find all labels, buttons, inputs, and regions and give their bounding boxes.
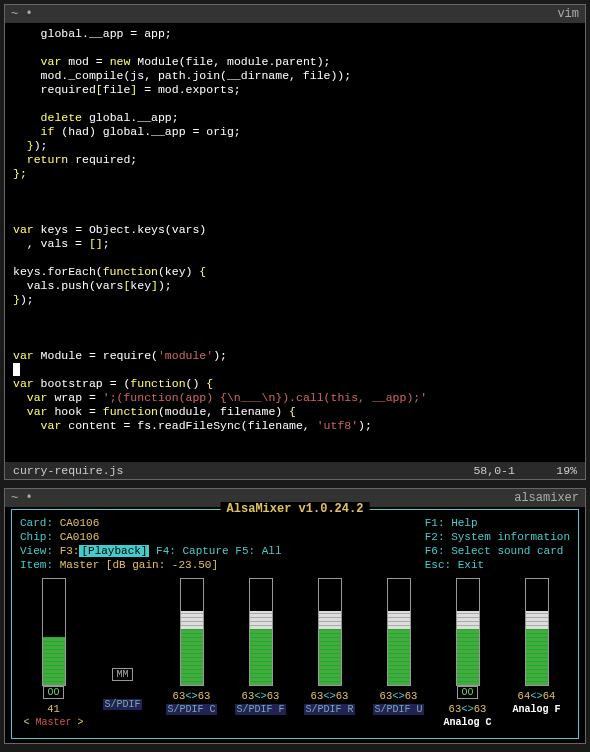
mute-box[interactable]: MM — [112, 668, 132, 681]
level-text: 63<>63 — [173, 690, 211, 702]
channel-spdiff[interactable]: 63<>63S/PDIF F — [232, 578, 290, 728]
alsa-info-right: F1: Help F2: System information F6: Sele… — [425, 516, 570, 572]
level-text: 63<>63 — [311, 690, 349, 702]
alsa-prompt: ~ • — [11, 491, 33, 505]
vim-statusbar: curry-require.js 58,0-1 19% — [5, 462, 585, 479]
view-all[interactable]: F5: All — [235, 545, 281, 557]
channel-master[interactable]: OO41Master — [25, 578, 83, 728]
vim-title: vim — [557, 7, 579, 21]
volume-bar[interactable] — [525, 578, 549, 686]
view-capture[interactable]: F4: Capture — [156, 545, 229, 557]
sysinfo-btn[interactable]: System information — [451, 531, 570, 543]
alsamixer-pane: ~ • alsamixer AlsaMixer v1.0.24.2 Card: … — [4, 488, 586, 744]
help-btn[interactable]: Help — [451, 517, 477, 529]
vim-pane: ~ • vim global.__app = app; var mod = ne… — [4, 4, 586, 480]
alsa-title: alsamixer — [514, 491, 579, 505]
view-playback[interactable]: [Playback] — [79, 545, 149, 557]
mute-box[interactable]: OO — [457, 686, 477, 699]
channel-label: S/PDIF C — [166, 704, 216, 715]
channel-analogf[interactable]: 64<>64Analog F — [508, 578, 566, 728]
volume-bar[interactable] — [42, 578, 66, 686]
channel-label: S/PDIF — [103, 699, 141, 710]
channel-label: Analog F — [511, 704, 561, 715]
channel-spdifu[interactable]: 63<>63S/PDIF U — [370, 578, 428, 728]
level-text: 63<>63 — [242, 690, 280, 702]
status-pct: 19% — [556, 464, 577, 477]
volume-bar[interactable] — [318, 578, 342, 686]
alsa-info-left: Card: CA0106 Chip: CA0106 View: F3:[Play… — [20, 516, 282, 572]
mute-box[interactable]: OO — [43, 686, 63, 699]
status-file: curry-require.js — [13, 464, 123, 477]
channel-spdifr[interactable]: 63<>63S/PDIF R — [301, 578, 359, 728]
soundcard-btn[interactable]: Select sound card — [451, 545, 563, 557]
channel-label: S/PDIF R — [304, 704, 354, 715]
channel-label: Analog C — [442, 717, 492, 728]
channel-label: S/PDIF U — [373, 704, 423, 715]
volume-bar[interactable] — [249, 578, 273, 686]
volume-bar[interactable] — [456, 578, 480, 686]
volume-bar[interactable] — [387, 578, 411, 686]
channel-label: Master — [22, 717, 84, 728]
status-pos: 58,0-1 — [473, 464, 514, 477]
level-text: 63<>63 — [380, 690, 418, 702]
channel-label: S/PDIF F — [235, 704, 285, 715]
channel-spdifc[interactable]: 63<>63S/PDIF C — [163, 578, 221, 728]
volume-bar[interactable] — [180, 578, 204, 686]
vim-editor[interactable]: global.__app = app; var mod = new Module… — [5, 23, 585, 437]
alsa-app-title: AlsaMixer v1.0.24.2 — [221, 502, 370, 516]
vim-titlebar: ~ • vim — [5, 5, 585, 23]
alsa-item: Master [dB gain: -23.50] — [60, 559, 218, 571]
exit-btn[interactable]: Exit — [458, 559, 484, 571]
vim-prompt: ~ • — [11, 7, 33, 21]
level-text — [119, 685, 125, 697]
channel-analogc[interactable]: OO63<>63Analog C — [439, 578, 497, 728]
channel-spdif[interactable]: MM S/PDIF — [94, 578, 152, 728]
level-text: 64<>64 — [518, 690, 556, 702]
level-text: 63<>63 — [449, 703, 487, 715]
level-text: 41 — [47, 703, 60, 715]
channels-row: OO41MasterMM S/PDIF63<>63S/PDIF C63<>63S… — [12, 574, 578, 728]
